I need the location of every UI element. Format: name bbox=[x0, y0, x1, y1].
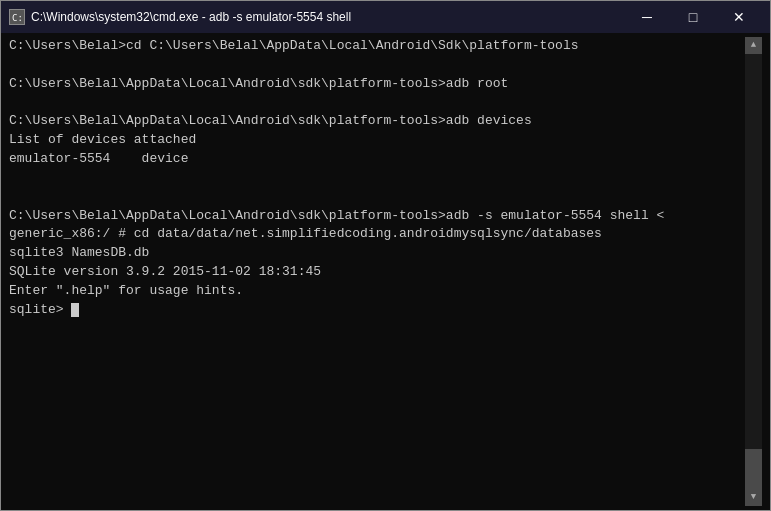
terminal-line: sqlite3 NamesDB.db bbox=[9, 244, 745, 263]
terminal-cursor bbox=[71, 303, 79, 317]
terminal-line: Enter ".help" for usage hints. bbox=[9, 282, 745, 301]
terminal-line: C:\Users\Belal\AppData\Local\Android\sdk… bbox=[9, 112, 745, 131]
terminal-line: List of devices attached bbox=[9, 131, 745, 150]
window-controls: ─ □ ✕ bbox=[624, 1, 762, 33]
scrollbar-up[interactable]: ▲ bbox=[745, 37, 762, 54]
terminal-line: sqlite> bbox=[9, 301, 745, 320]
minimize-button[interactable]: ─ bbox=[624, 1, 670, 33]
scrollbar-down[interactable]: ▼ bbox=[745, 489, 762, 506]
cmd-window: C: C:\Windows\system32\cmd.exe - adb -s … bbox=[0, 0, 771, 511]
terminal-line: emulator-5554 device bbox=[9, 150, 745, 169]
scrollbar-track[interactable] bbox=[745, 54, 762, 489]
terminal-line: SQLite version 3.9.2 2015-11-02 18:31:45 bbox=[9, 263, 745, 282]
maximize-button[interactable]: □ bbox=[670, 1, 716, 33]
svg-text:C:: C: bbox=[12, 13, 23, 23]
scrollbar-thumb[interactable] bbox=[745, 449, 762, 489]
terminal-line bbox=[9, 94, 745, 113]
terminal-line bbox=[9, 169, 745, 188]
terminal-line bbox=[9, 56, 745, 75]
terminal-line: C:\Users\Belal\AppData\Local\Android\sdk… bbox=[9, 75, 745, 94]
title-bar: C: C:\Windows\system32\cmd.exe - adb -s … bbox=[1, 1, 770, 33]
terminal-line bbox=[9, 188, 745, 207]
close-button[interactable]: ✕ bbox=[716, 1, 762, 33]
terminal-body[interactable]: C:\Users\Belal>cd C:\Users\Belal\AppData… bbox=[1, 33, 770, 510]
window-title: C:\Windows\system32\cmd.exe - adb -s emu… bbox=[31, 10, 351, 24]
cmd-icon: C: bbox=[9, 9, 25, 25]
terminal-line: C:\Users\Belal>cd C:\Users\Belal\AppData… bbox=[9, 37, 745, 56]
title-bar-left: C: C:\Windows\system32\cmd.exe - adb -s … bbox=[9, 9, 351, 25]
terminal-content: C:\Users\Belal>cd C:\Users\Belal\AppData… bbox=[9, 37, 745, 506]
scrollbar[interactable]: ▲ ▼ bbox=[745, 37, 762, 506]
terminal-line: generic_x86:/ # cd data/data/net.simplif… bbox=[9, 225, 745, 244]
terminal-line: C:\Users\Belal\AppData\Local\Android\sdk… bbox=[9, 207, 745, 226]
